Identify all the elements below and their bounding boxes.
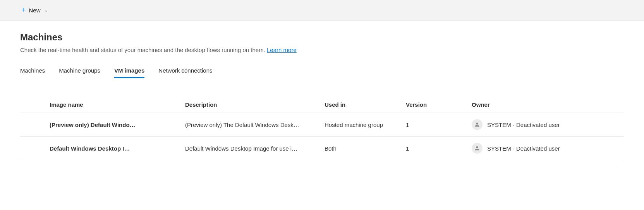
cell-description: Default Windows Desktop Image for use i… (185, 145, 325, 152)
tab-vm-images[interactable]: VM images (114, 64, 144, 78)
person-icon (472, 119, 483, 130)
column-header-description[interactable]: Description (185, 101, 325, 108)
column-header-used-in[interactable]: Used in (325, 101, 406, 108)
new-button-label: New (29, 7, 41, 14)
person-icon (472, 143, 483, 154)
tab-list: Machines Machine groups VM images Networ… (20, 64, 624, 78)
cell-owner: SYSTEM - Deactivated user (472, 143, 624, 154)
table-row[interactable]: (Preview only) Default Windo… (Preview o… (20, 113, 624, 137)
command-bar: + New ⌄ (0, 0, 644, 21)
cell-version: 1 (406, 145, 472, 152)
plus-icon: + (22, 6, 26, 14)
learn-more-link[interactable]: Learn more (267, 47, 297, 53)
column-header-owner[interactable]: Owner (472, 101, 624, 108)
tab-network-connections[interactable]: Network connections (158, 64, 212, 78)
column-header-name[interactable]: Image name (50, 101, 185, 108)
cell-description: (Preview only) The Default Windows Desk… (185, 121, 325, 128)
new-button[interactable]: + New ⌄ (19, 5, 51, 16)
cell-version: 1 (406, 121, 472, 128)
owner-name: SYSTEM - Deactivated user (487, 121, 560, 128)
cell-owner: SYSTEM - Deactivated user (472, 119, 624, 130)
page-description: Check the real-time health and status of… (20, 47, 624, 53)
main-content: Machines Check the real-time health and … (0, 21, 644, 171)
cell-image-name: (Preview only) Default Windo… (50, 121, 185, 128)
table-row[interactable]: Default Windows Desktop I… Default Windo… (20, 137, 624, 160)
vm-images-table: Image name Description Used in Version O… (20, 97, 624, 160)
owner-name: SYSTEM - Deactivated user (487, 145, 560, 152)
tab-machine-groups[interactable]: Machine groups (59, 64, 100, 78)
table-header: Image name Description Used in Version O… (20, 97, 624, 113)
cell-image-name: Default Windows Desktop I… (50, 145, 185, 152)
column-header-version[interactable]: Version (406, 101, 472, 108)
cell-used-in: Both (325, 145, 406, 152)
page-title: Machines (20, 32, 624, 43)
chevron-down-icon: ⌄ (45, 8, 48, 12)
cell-used-in: Hosted machine group (325, 121, 406, 128)
tab-machines[interactable]: Machines (20, 64, 45, 78)
